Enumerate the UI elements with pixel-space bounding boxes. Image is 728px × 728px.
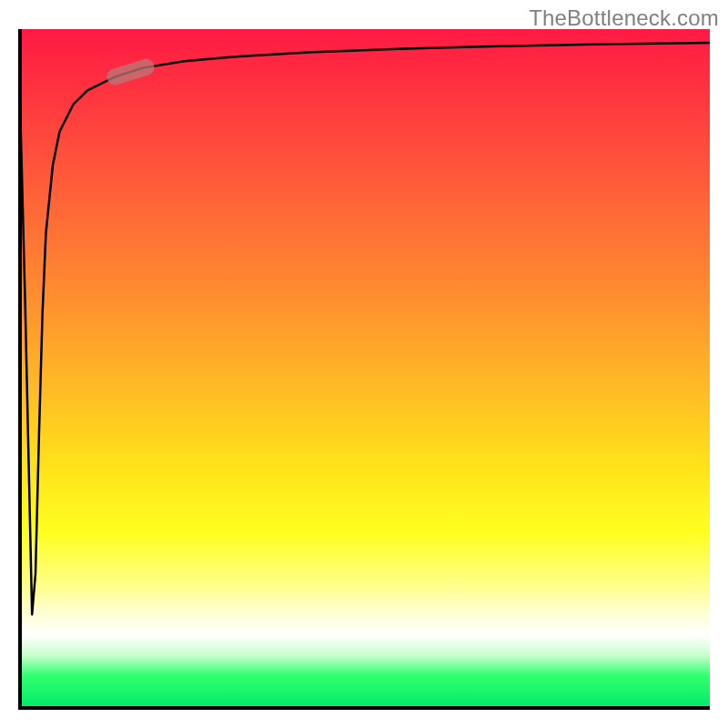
chart-container: TheBottleneck.com [0,0,728,728]
plot-gradient-background [18,29,710,710]
watermark-text: TheBottleneck.com [529,5,719,31]
